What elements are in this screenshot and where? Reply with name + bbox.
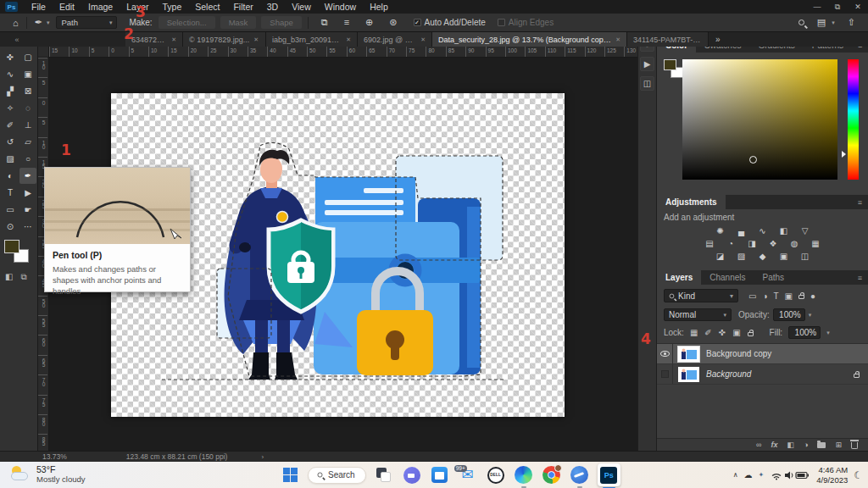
chevron-down-icon[interactable]: ▾: [809, 312, 812, 319]
options-icon-0[interactable]: ⧉: [317, 17, 332, 28]
dodge-tool[interactable]: ◐: [2, 168, 19, 184]
restore-icon[interactable]: ⧉: [827, 3, 848, 12]
object-selection-tool[interactable]: ▣: [19, 66, 36, 82]
layers-bottom-icon-2[interactable]: ◧: [787, 441, 795, 449]
eraser-tool[interactable]: ▱: [19, 134, 36, 150]
filter-icon-3[interactable]: ▣: [785, 291, 793, 301]
canvas-area[interactable]: 1510505101520253035404550556065707580859…: [38, 47, 637, 451]
tool-preset-arrow[interactable]: ▾: [47, 19, 50, 26]
menu-select[interactable]: Select: [188, 0, 226, 14]
filter-icon-0[interactable]: ▭: [748, 291, 756, 301]
dell-app-button[interactable]: DELL: [486, 465, 506, 485]
layer-visibility-toggle[interactable]: [657, 344, 673, 363]
menu-window[interactable]: Window: [318, 0, 363, 14]
pen-tool-preset-icon[interactable]: ✒: [31, 17, 47, 28]
hand-tool[interactable]: ☛: [19, 202, 36, 218]
menu-view[interactable]: View: [285, 0, 318, 14]
tab-layers[interactable]: Layers: [657, 270, 701, 285]
layer-row[interactable]: Background: [657, 364, 868, 385]
adjustment-icon[interactable]: ▦: [809, 237, 822, 249]
menu-help[interactable]: Help: [363, 0, 395, 14]
make-selection-button[interactable]: Selection...: [159, 16, 215, 29]
do-not-disturb-moon-icon[interactable]: ☾: [854, 469, 863, 481]
blend-mode-dropdown[interactable]: Normal ▾: [664, 308, 732, 321]
close-icon[interactable]: ✕: [346, 36, 351, 43]
workspace-icon[interactable]: ▤: [813, 17, 830, 28]
healing-brush-tool[interactable]: ◌: [19, 100, 36, 116]
shape-tool[interactable]: ▭: [2, 202, 19, 218]
status-chevron-icon[interactable]: ›: [261, 453, 264, 461]
adjustment-icon[interactable]: ▽: [798, 225, 812, 236]
lock-option-icon-2[interactable]: ✜: [719, 328, 726, 337]
weather-widget[interactable]: 53°F Mostly cloudy: [10, 464, 86, 484]
layers-bottom-icon-1[interactable]: fx: [771, 441, 777, 449]
tray-app-icon[interactable]: ✦: [759, 471, 765, 479]
adjustment-icon[interactable]: ◨: [745, 237, 759, 249]
adjustment-icon[interactable]: ◧: [777, 225, 791, 236]
adjustment-icon[interactable]: ▄: [735, 225, 748, 236]
type-tool[interactable]: T: [2, 185, 19, 201]
crop-tool[interactable]: ▞: [2, 83, 19, 99]
mail-button[interactable]: ✉ 99+: [458, 465, 478, 485]
chevron-down-icon[interactable]: ▾: [826, 330, 830, 336]
layer-thumbnail[interactable]: [678, 367, 699, 382]
taskbar-search[interactable]: Search: [308, 467, 366, 484]
microsoft-store-button[interactable]: [430, 465, 450, 485]
lock-option-icon-0[interactable]: ▦: [690, 328, 698, 337]
eyedropper-tool[interactable]: ✧: [2, 100, 19, 116]
color-cursor[interactable]: [749, 156, 757, 164]
adjustment-icon[interactable]: ❖: [766, 237, 780, 249]
network-volume-battery-icons[interactable]: [770, 469, 810, 481]
layer-visibility-toggle[interactable]: [657, 364, 673, 384]
close-icon[interactable]: ✕: [253, 36, 259, 43]
layer-thumbnail[interactable]: [678, 347, 699, 362]
document-tab[interactable]: 6902.jpg @ 14.8...✕: [358, 32, 432, 47]
adjustment-icon[interactable]: ▨: [735, 250, 748, 262]
adjustment-icon[interactable]: ▤: [703, 237, 716, 249]
tab-overflow-icon[interactable]: »: [709, 32, 727, 47]
foreground-color-swatch[interactable]: [4, 240, 19, 253]
onedrive-cloud-icon[interactable]: ☁: [744, 470, 753, 480]
layer-filter-dropdown[interactable]: Kind ▾: [664, 289, 738, 302]
filter-icon-2[interactable]: T: [774, 291, 779, 301]
path-mode-dropdown[interactable]: Path ▾: [56, 16, 117, 29]
pen-tool[interactable]: ✒: [19, 168, 36, 184]
panel-menu-icon[interactable]: ≡: [852, 195, 868, 209]
menu-3d[interactable]: 3D: [260, 0, 285, 14]
task-view-button[interactable]: [374, 465, 394, 485]
adjustment-icon[interactable]: ◔: [724, 237, 737, 249]
photoshop-taskbar-button[interactable]: Ps: [598, 463, 620, 486]
lock-option-icon-4[interactable]: [748, 332, 754, 336]
hue-slider[interactable]: [848, 59, 859, 180]
fill-value[interactable]: 100%: [788, 326, 821, 339]
menu-image[interactable]: Image: [81, 0, 120, 14]
lasso-tool[interactable]: ∿: [2, 66, 19, 82]
tab-paths[interactable]: Paths: [754, 270, 793, 285]
edge-browser-button[interactable]: [514, 465, 534, 485]
menu-filter[interactable]: Filter: [226, 0, 259, 14]
blur-tool[interactable]: ○: [19, 151, 36, 167]
document-tab[interactable]: Data_security_28.jpg @ 13.7% (Background…: [432, 32, 627, 47]
lock-option-icon-3[interactable]: ▣: [732, 328, 740, 337]
layers-bottom-icon-5[interactable]: ⊞: [835, 441, 842, 449]
close-icon[interactable]: ✕: [171, 36, 176, 43]
layers-bottom-icon-0[interactable]: ∞: [756, 441, 761, 449]
close-icon[interactable]: ✕: [848, 3, 868, 12]
zoom-level[interactable]: 13.73%: [42, 452, 67, 461]
adjustment-icon[interactable]: ◆: [756, 250, 770, 262]
layers-bottom-icon-6[interactable]: [851, 442, 858, 449]
minimize-icon[interactable]: —: [807, 3, 827, 12]
options-icon-3[interactable]: ⊛: [385, 17, 401, 28]
path-selection-tool[interactable]: ▶: [19, 185, 36, 201]
menu-edit[interactable]: Edit: [53, 0, 81, 14]
adjustment-icon[interactable]: ∿: [756, 225, 770, 236]
adjustment-icon[interactable]: ✺: [714, 225, 727, 236]
document-tab[interactable]: iabg_b3rn_200915.jpg✕: [266, 32, 358, 47]
options-icon-1[interactable]: ≡: [340, 17, 353, 28]
marquee-tool[interactable]: ▢: [19, 49, 36, 65]
filter-icon-4[interactable]: [798, 295, 804, 299]
quick-mask-icon[interactable]: ◧: [5, 272, 13, 282]
options-icon-2[interactable]: ⊕: [361, 17, 377, 28]
chrome-browser-button[interactable]: [542, 465, 562, 485]
move-tool[interactable]: ✜: [2, 49, 19, 65]
